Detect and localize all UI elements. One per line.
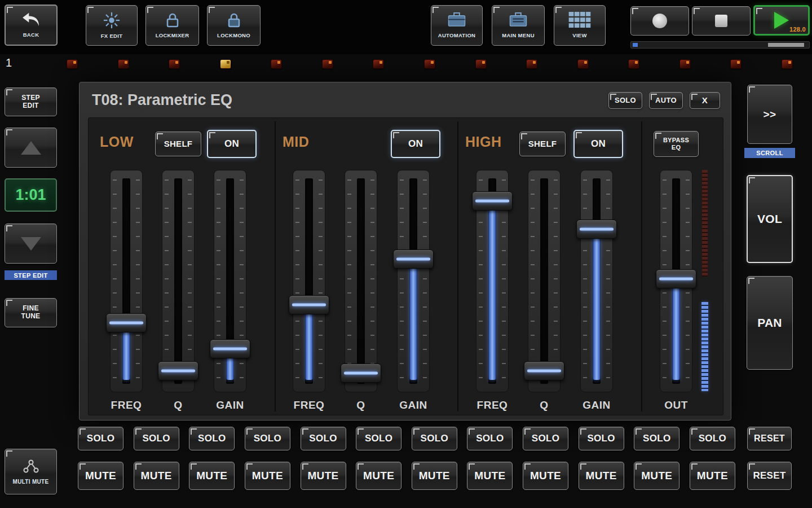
- track-mute-button[interactable]: MUTE: [579, 462, 624, 490]
- step-down-button[interactable]: [5, 224, 57, 264]
- step-indicator[interactable]: [424, 59, 435, 69]
- high-freq-slider[interactable]: [470, 170, 515, 392]
- step-indicator[interactable]: [628, 59, 639, 69]
- slider-label: FREQ: [286, 399, 332, 411]
- slider-thumb[interactable]: [576, 220, 617, 239]
- pan-tab-button[interactable]: PAN: [747, 276, 793, 370]
- fine-tune-button[interactable]: FINE TUNE: [5, 298, 57, 327]
- low-freq-slider[interactable]: [104, 170, 149, 392]
- solo-label: SOLO: [365, 433, 392, 444]
- scroll-button[interactable]: >>: [747, 85, 792, 144]
- step-indicator[interactable]: [67, 59, 78, 69]
- slider-thumb[interactable]: [289, 295, 329, 314]
- fx-edit-button[interactable]: FX EDIT: [86, 5, 138, 46]
- step-indicator[interactable]: [679, 59, 691, 69]
- mute-label: MUTE: [363, 470, 394, 482]
- step-indicator[interactable]: [782, 59, 793, 69]
- slider-thumb[interactable]: [341, 364, 381, 383]
- track-solo-button[interactable]: SOLO: [467, 427, 513, 450]
- song-position-bar[interactable]: [630, 41, 810, 49]
- low-q-slider[interactable]: [156, 170, 201, 392]
- reset-mute-button[interactable]: RESET: [747, 462, 792, 490]
- step-indicator[interactable]: [475, 59, 487, 69]
- low-on-button[interactable]: ON: [207, 130, 257, 158]
- mid-q-slider[interactable]: [338, 170, 383, 392]
- mid-gain-slider[interactable]: [391, 170, 436, 392]
- slider-thumb[interactable]: [472, 191, 513, 211]
- track-mute-button[interactable]: MUTE: [134, 462, 179, 490]
- low-shelf-button[interactable]: SHELF: [155, 132, 201, 156]
- vol-tab-button[interactable]: VOL: [747, 175, 793, 263]
- high-shelf-button[interactable]: SHELF: [519, 132, 566, 156]
- bypass-eq-button[interactable]: BYPASS EQ: [654, 131, 699, 157]
- track-solo-button[interactable]: SOLO: [634, 427, 679, 450]
- track-solo-button[interactable]: SOLO: [412, 427, 457, 450]
- track-solo-button[interactable]: SOLO: [245, 427, 290, 450]
- automation-case-icon: [447, 12, 467, 30]
- record-button[interactable]: [630, 6, 689, 36]
- mid-on-button[interactable]: ON: [391, 130, 440, 158]
- step-indicator[interactable]: [730, 59, 742, 69]
- slider-thumb[interactable]: [656, 269, 696, 288]
- track-mute-button[interactable]: MUTE: [523, 462, 568, 490]
- multi-mute-button[interactable]: MULTI MUTE: [5, 449, 57, 494]
- track-solo-button[interactable]: SOLO: [189, 427, 235, 450]
- dialog-title: T08: Parametric EQ: [92, 91, 232, 109]
- mid-freq-slider[interactable]: [286, 170, 332, 392]
- multi-mute-network-icon: [21, 458, 41, 477]
- view-button[interactable]: VIEW: [554, 5, 606, 46]
- track-mute-button[interactable]: MUTE: [634, 462, 679, 490]
- step-up-button[interactable]: [5, 128, 57, 168]
- play-button[interactable]: 128.0: [753, 5, 810, 36]
- reset-solo-button[interactable]: RESET: [747, 427, 792, 450]
- step-indicator[interactable]: [577, 59, 589, 69]
- automation-button[interactable]: AUTOMATION: [431, 5, 483, 46]
- track-mute-button[interactable]: MUTE: [78, 462, 123, 490]
- track-solo-button[interactable]: SOLO: [301, 427, 346, 450]
- slider-thumb[interactable]: [106, 313, 147, 332]
- track-mute-button[interactable]: MUTE: [356, 462, 401, 490]
- high-gain-slider[interactable]: [574, 170, 619, 392]
- track-mute-button[interactable]: MUTE: [467, 462, 513, 490]
- high-q-slider[interactable]: [522, 170, 567, 392]
- back-button[interactable]: BACK: [5, 5, 58, 46]
- automation-label: AUTOMATION: [438, 33, 476, 39]
- low-gain-slider[interactable]: [208, 170, 253, 392]
- mute-label: MUTE: [307, 470, 338, 482]
- step-indicator[interactable]: [526, 59, 537, 69]
- lockmixer-button[interactable]: LOCKMIXER: [145, 5, 199, 46]
- eq-solo-button[interactable]: SOLO: [608, 92, 642, 109]
- track-mute-button[interactable]: MUTE: [245, 462, 290, 490]
- step-edit-button[interactable]: STEP EDIT: [5, 87, 57, 116]
- scroll-mode-badge: SCROLL: [744, 148, 795, 158]
- step-indicator[interactable]: [322, 59, 333, 69]
- step-indicator-row: [67, 58, 793, 69]
- slider-thumb[interactable]: [210, 339, 250, 358]
- step-indicator[interactable]: [169, 59, 180, 69]
- slider-thumb[interactable]: [393, 249, 434, 269]
- step-indicator[interactable]: [220, 59, 231, 69]
- lockmono-button[interactable]: LOCKMONO: [207, 5, 261, 46]
- main-menu-button[interactable]: MAIN MENU: [492, 5, 545, 46]
- step-indicator[interactable]: [373, 59, 384, 69]
- step-indicator[interactable]: [271, 59, 282, 69]
- track-mute-button[interactable]: MUTE: [690, 462, 735, 490]
- track-mute-button[interactable]: MUTE: [412, 462, 457, 490]
- slider-label: GAIN: [208, 399, 253, 411]
- stop-button[interactable]: [692, 6, 751, 36]
- track-solo-button[interactable]: SOLO: [356, 427, 401, 450]
- track-solo-button[interactable]: SOLO: [134, 427, 179, 450]
- close-icon[interactable]: X: [690, 92, 720, 109]
- out-level-slider[interactable]: [654, 170, 699, 392]
- eq-auto-button[interactable]: AUTO: [649, 92, 683, 109]
- step-indicator[interactable]: [118, 59, 129, 69]
- slider-thumb[interactable]: [158, 361, 198, 380]
- track-solo-button[interactable]: SOLO: [690, 427, 735, 450]
- high-on-button[interactable]: ON: [573, 130, 623, 158]
- track-mute-button[interactable]: MUTE: [301, 462, 346, 490]
- track-solo-button[interactable]: SOLO: [579, 427, 624, 450]
- track-mute-button[interactable]: MUTE: [189, 462, 235, 490]
- slider-thumb[interactable]: [524, 361, 564, 380]
- track-solo-button[interactable]: SOLO: [523, 427, 568, 450]
- track-solo-button[interactable]: SOLO: [78, 427, 123, 450]
